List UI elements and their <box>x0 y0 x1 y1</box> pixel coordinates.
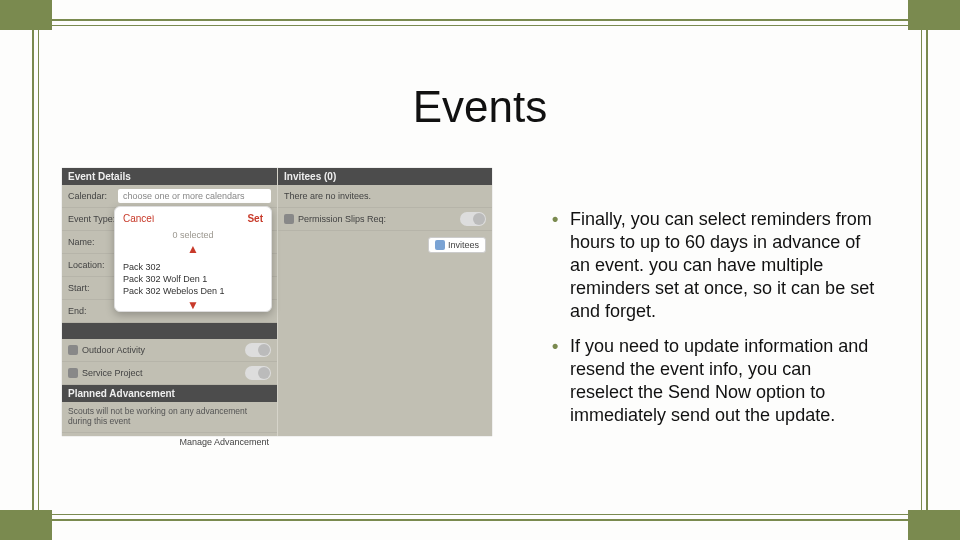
permission-slips-toggle[interactable] <box>460 212 486 226</box>
manage-row: Manage Advancement <box>62 433 277 451</box>
chevron-down-icon[interactable]: ▼ <box>115 299 271 311</box>
popup-list-item[interactable]: Pack 302 Webelos Den 1 <box>123 285 263 297</box>
permission-slips-row: Permission Slips Req: <box>278 208 492 231</box>
bullet-item: Finally, you can select reminders from h… <box>552 208 878 323</box>
bullet-item: If you need to update information and re… <box>552 335 878 427</box>
slide: Events Finally, you can select reminders… <box>0 0 960 540</box>
event-details-panel: Event Details Calendar: choose one or mo… <box>62 168 277 436</box>
gear-icon <box>68 345 78 355</box>
service-project-toggle[interactable] <box>245 366 271 380</box>
popup-list-item[interactable]: Pack 302 Wolf Den 1 <box>123 273 263 285</box>
calendar-input[interactable]: choose one or more calendars <box>118 189 271 203</box>
slide-title: Events <box>0 82 960 132</box>
event-details-header: Event Details <box>62 168 277 185</box>
invitees-button-label: Invitees <box>448 240 479 250</box>
permission-slips-label: Permission Slips Req: <box>298 214 460 224</box>
toggle-label: Outdoor Activity <box>82 345 245 355</box>
chevron-up-icon[interactable]: ▲ <box>115 243 271 255</box>
invitees-status: There are no invitees. <box>284 191 486 201</box>
outdoor-activity-toggle[interactable] <box>245 343 271 357</box>
planned-advancement-note: Scouts will not be working on any advanc… <box>62 402 277 433</box>
popup-list-item[interactable]: Pack 302 <box>123 261 263 273</box>
popup-header: Cancel Set <box>115 207 271 227</box>
toggle-label: Service Project <box>82 368 245 378</box>
toggle-row: Service Project <box>62 362 277 385</box>
invitees-button-row: Invitees <box>278 231 492 259</box>
section-divider <box>62 323 277 339</box>
gear-icon <box>68 368 78 378</box>
planned-advancement-header: Planned Advancement <box>62 385 277 402</box>
bullet-list: Finally, you can select reminders from h… <box>512 208 878 439</box>
app-screenshot: Event Details Calendar: choose one or mo… <box>62 168 492 436</box>
manage-advancement-button[interactable]: Manage Advancement <box>179 437 269 447</box>
calendar-row: Calendar: choose one or more calendars <box>62 185 277 208</box>
toggle-row: Outdoor Activity <box>62 339 277 362</box>
cancel-button[interactable]: Cancel <box>123 213 154 224</box>
calendar-picker-popup: Cancel Set 0 selected ▲ Pack 302 Pack 30… <box>114 206 272 312</box>
invitees-status-row: There are no invitees. <box>278 185 492 208</box>
popup-selected-count: 0 selected <box>115 227 271 243</box>
invitees-button[interactable]: Invitees <box>428 237 486 253</box>
set-button[interactable]: Set <box>247 213 263 224</box>
invitees-header: Invitees (0) <box>278 168 492 185</box>
users-icon <box>435 240 445 250</box>
calendar-label: Calendar: <box>68 191 118 201</box>
popup-list: Pack 302 Pack 302 Wolf Den 1 Pack 302 We… <box>115 255 271 299</box>
gear-icon <box>284 214 294 224</box>
invitees-panel: Invitees (0) There are no invitees. Perm… <box>278 168 492 436</box>
